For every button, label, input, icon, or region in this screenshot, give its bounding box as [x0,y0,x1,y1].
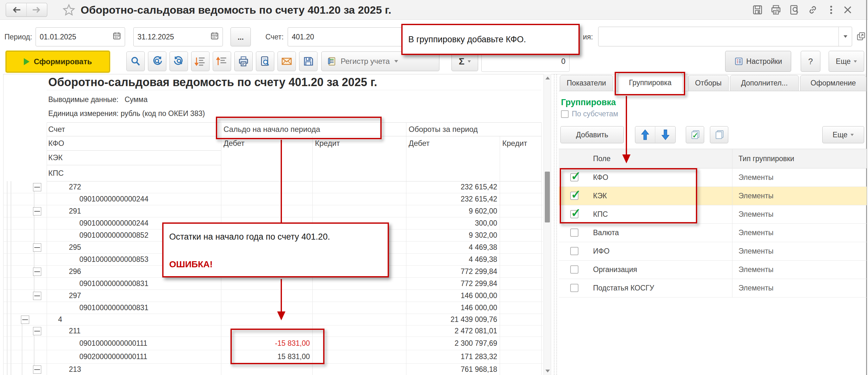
period-from-input[interactable]: 01.01.2025 [36,27,125,47]
report-cell-turnover-debit[interactable]: 146 000,00 [461,302,497,314]
annotation-box-grouping-tab [615,72,685,95]
report-cell-turnover-debit[interactable]: 761 968,18 [461,364,497,375]
grid-line [47,150,221,151]
report-cell-turnover-debit[interactable]: 9 302,00 [469,229,497,241]
field-row[interactable]: Подстатья КОСГУЭлементы [559,279,867,297]
grid-line [47,165,221,165]
tree-collapse-button[interactable] [33,292,41,300]
send-mail-button[interactable] [277,52,296,71]
settings-button[interactable]: Настройки [725,51,791,72]
tab-dopolnitelno[interactable]: Дополнител... [730,75,799,91]
tree-collapse-button[interactable] [33,366,41,374]
report-cell-turnover-debit[interactable]: 9 602,00 [469,205,497,217]
report-cell-turnover-debit[interactable]: 4 469,38 [469,241,497,253]
refresh-find-prev-button[interactable] [169,52,188,71]
report-row[interactable]: 297146 000,00 [3,290,543,302]
report-row[interactable]: 09010000000000244232 615,42 [3,193,543,205]
favorite-star-button[interactable] [62,3,75,17]
find-button[interactable] [126,52,145,71]
scroll-thumb[interactable] [545,172,550,223]
field-group-type: Элементы [739,168,773,186]
report-cell-turnover-debit[interactable]: 2 300 797,69 [455,337,497,350]
report-row[interactable]: 09010000000000831772 299,84 [3,278,543,290]
report-row[interactable]: 272232 615,42 [3,181,543,193]
field-checkbox[interactable] [570,247,579,255]
report-cell-turnover-debit[interactable]: 232 615,42 [461,193,497,205]
scroll-up-icon[interactable] [546,77,550,80]
calendar-icon[interactable] [113,32,121,42]
panel-splitter[interactable] [554,74,554,375]
report-cell-turnover-debit[interactable]: 146 000,00 [461,290,497,301]
tab-oformlenie[interactable]: Оформление [800,75,866,91]
tab-otbory[interactable]: Отборы [688,75,728,91]
add-field-button[interactable]: Добавить [560,126,624,143]
tab-pokazateli[interactable]: Показатели [560,75,613,91]
report-row[interactable]: 213761 968,18 [3,364,543,375]
star-icon [63,3,75,16]
field-row[interactable]: ОрганизацияЭлементы [559,261,867,279]
panel-more-button[interactable]: Еще [822,126,864,143]
collapse-groups-button[interactable] [213,52,231,71]
toolbar-preview-button[interactable] [256,52,274,71]
expand-groups-button[interactable] [191,52,210,71]
field-checkbox[interactable] [570,265,579,273]
report-cell-turnover-debit[interactable]: 232 615,42 [461,181,497,193]
report-row[interactable]: 2919 602,00 [3,205,543,218]
tree-collapse-button[interactable] [21,316,29,324]
help-button[interactable]: ? [801,51,820,72]
toolbar-save-button[interactable] [299,52,317,71]
forward-button[interactable] [26,3,47,17]
save-button[interactable] [750,3,765,16]
more-button[interactable]: Еще [829,51,864,72]
tree-collapse-button[interactable] [33,243,41,252]
print-button[interactable] [769,3,783,16]
move-up-button[interactable] [635,126,655,143]
tree-collapse-button[interactable] [33,207,41,215]
back-button[interactable] [6,3,27,17]
report-cell-turnover-debit[interactable]: 21 439 009,76 [451,314,497,325]
period-choice-button[interactable]: ... [230,27,251,47]
report-row[interactable]: 09010000000000831146 000,00 [3,302,543,314]
organization-open-button[interactable] [855,30,867,42]
field-row[interactable]: ИФОЭлементы [559,242,867,261]
calendar-icon[interactable] [211,32,219,42]
print-preview-icon [789,4,800,15]
report-cell-turnover-debit[interactable]: 4 469,38 [469,254,497,265]
title-bar: Оборотно-сальдовая ведомость по счету 40… [0,0,868,20]
tree-collapse-button[interactable] [33,267,41,276]
report-row-code: 295 [69,241,81,253]
scroll-down-icon[interactable] [546,370,550,372]
report-row[interactable]: 421 439 009,76 [3,314,543,325]
search-refresh-back-icon [173,56,184,67]
combo-dropdown-button[interactable] [838,27,852,46]
close-button[interactable] [841,3,855,16]
report-cell-turnover-debit[interactable]: 171 283,32 [461,350,497,363]
field-checkbox[interactable] [570,284,579,292]
toolbar-print-button[interactable] [234,52,253,71]
tree-collapse-button[interactable] [33,327,41,335]
tree-collapse-button[interactable] [33,183,41,191]
uncheck-all-button[interactable] [710,126,728,143]
report-cell-turnover-debit[interactable]: 772 299,84 [461,278,497,290]
by-subaccounts-checkbox[interactable] [561,110,568,118]
check-all-button[interactable]: ✓ [686,126,704,143]
print-preview-button[interactable] [787,3,801,16]
report-cell-turnover-debit[interactable]: 772 299,84 [461,266,497,278]
generate-button-label: Сформировать [34,57,92,66]
more-menu-button[interactable] [824,3,838,16]
generate-button[interactable]: Сформировать [6,51,110,73]
get-link-button[interactable] [806,3,820,16]
sigma-icon: Σ [459,56,464,67]
organization-combo[interactable] [598,27,852,47]
report-cell-turnover-debit[interactable]: 300,00 [475,218,497,229]
report-cell-turnover-debit[interactable]: 2 472 081,01 [455,325,497,337]
annotation-arrow-stem3 [626,96,627,154]
report-scrollbar[interactable] [544,74,551,375]
field-checkbox[interactable] [570,229,579,237]
field-group-type: Элементы [739,187,773,205]
report-row-code: 213 [69,364,81,375]
move-down-button[interactable] [655,126,676,143]
period-to-input[interactable]: 31.12.2025 [133,27,223,47]
field-row[interactable]: ВалютаЭлементы [559,224,867,242]
refresh-find-next-button[interactable] [148,52,166,71]
